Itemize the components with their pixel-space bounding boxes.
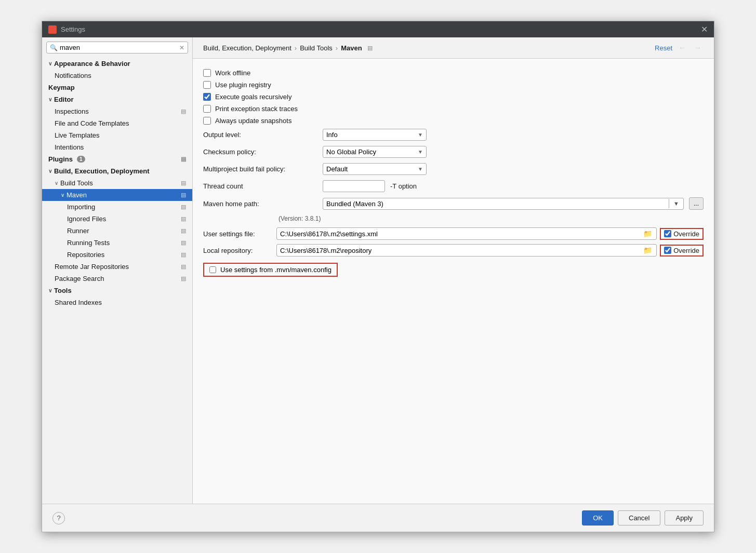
- work-offline-label: Work offline: [215, 69, 250, 77]
- checksum-policy-row: Checksum policy: No Global Policy Fail W…: [203, 146, 704, 158]
- sidebar-item-runner[interactable]: Runner ▤: [42, 225, 192, 237]
- sidebar-item-label: Build, Execution, Deployment: [54, 167, 149, 175]
- sidebar-item-live-templates[interactable]: Live Templates: [42, 129, 192, 141]
- title-bar: Settings ✕: [42, 21, 714, 37]
- page-icon: ▤: [181, 227, 186, 234]
- page-icon: ▤: [181, 251, 186, 258]
- page-icon: ▤: [181, 192, 186, 198]
- dropdown-arrow-icon: ▼: [418, 166, 423, 172]
- page-icon: ▤: [181, 156, 186, 163]
- settings-dialog: Settings ✕ 🔍 ✕ ∨Appearance & Behavior No…: [42, 21, 714, 532]
- maven-home-row: Maven home path: Bundled (Maven 3) ▼ ...: [203, 197, 704, 210]
- checksum-policy-dropdown[interactable]: No Global Policy Fail Warn Ignore: [326, 148, 416, 156]
- maven-home-dropdown-arrow[interactable]: ▼: [669, 199, 683, 208]
- title-bar-left: Settings: [48, 25, 85, 34]
- apply-button[interactable]: Apply: [665, 510, 704, 525]
- sidebar-item-tools[interactable]: ∨Tools: [42, 285, 192, 296]
- sidebar-item-label: Keymap: [48, 84, 75, 91]
- local-repo-input[interactable]: [280, 247, 642, 254]
- search-clear-icon[interactable]: ✕: [179, 44, 184, 51]
- checksum-policy-select[interactable]: No Global Policy Fail Warn Ignore ▼: [323, 146, 427, 158]
- search-box[interactable]: 🔍 ✕: [46, 42, 188, 53]
- maven-home-browse-button[interactable]: ...: [689, 197, 704, 210]
- sidebar-item-repositories[interactable]: Repositories ▤: [42, 249, 192, 261]
- footer-left: ?: [52, 512, 65, 524]
- user-settings-browse-icon[interactable]: 📁: [642, 230, 653, 238]
- sidebar-item-editor[interactable]: ∨Editor: [42, 93, 192, 105]
- sidebar-item-label: Notifications: [55, 72, 91, 79]
- sidebar-item-importing[interactable]: Importing ▤: [42, 201, 192, 213]
- user-settings-input[interactable]: [280, 230, 642, 238]
- reset-button[interactable]: Reset: [655, 44, 672, 52]
- sidebar-item-package-search[interactable]: Package Search ▤: [42, 273, 192, 285]
- print-exception-checkbox[interactable]: [203, 105, 211, 113]
- close-button[interactable]: ✕: [701, 24, 708, 34]
- sidebar-item-label: Package Search: [55, 275, 104, 282]
- sidebar-item-remote-jar[interactable]: Remote Jar Repositories ▤: [42, 261, 192, 273]
- page-icon: ▤: [181, 108, 186, 115]
- page-icon: ▤: [181, 204, 186, 210]
- help-button[interactable]: ?: [52, 512, 65, 524]
- dropdown-arrow-icon: ▼: [418, 149, 423, 155]
- sidebar-item-label: Live Templates: [55, 131, 99, 139]
- sidebar-item-build-exec-deploy[interactable]: ∨Build, Execution, Deployment: [42, 165, 192, 177]
- page-icon: ▤: [181, 215, 186, 222]
- page-icon: ▤: [181, 180, 186, 186]
- local-repo-browse-icon[interactable]: 📁: [642, 246, 653, 254]
- back-button[interactable]: ←: [677, 43, 688, 53]
- mvn-config-row: Use settings from .mvn/maven.config: [203, 263, 338, 277]
- sidebar-item-build-tools[interactable]: ∨Build Tools ▤: [42, 177, 192, 189]
- work-offline-checkbox[interactable]: [203, 69, 211, 77]
- execute-goals-checkbox[interactable]: [203, 93, 211, 101]
- sidebar-item-inspections[interactable]: Inspections ▤: [42, 105, 192, 117]
- user-settings-label: User settings file:: [203, 230, 273, 238]
- multiproject-policy-dropdown[interactable]: Default Fail at end No fail fast: [326, 165, 416, 173]
- sidebar-item-intentions[interactable]: Intentions: [42, 141, 192, 153]
- user-settings-row: User settings file: 📁 Override: [203, 227, 704, 240]
- print-exception-row: Print exception stack traces: [203, 105, 704, 113]
- sidebar-item-label: File and Code Templates: [55, 119, 129, 127]
- mvn-config-checkbox[interactable]: [209, 266, 216, 273]
- local-repo-override: Override: [660, 245, 704, 257]
- sidebar-item-shared-indexes[interactable]: Shared Indexes: [42, 296, 192, 308]
- sidebar-item-file-code-templates[interactable]: File and Code Templates: [42, 117, 192, 129]
- dialog-footer: ? OK Cancel Apply: [42, 504, 714, 532]
- sidebar-item-appearance[interactable]: ∨Appearance & Behavior: [42, 58, 192, 70]
- multiproject-policy-select[interactable]: Default Fail at end No fail fast ▼: [323, 163, 427, 175]
- use-plugin-registry-checkbox[interactable]: [203, 81, 211, 89]
- multiproject-policy-row: Multiproject build fail policy: Default …: [203, 163, 704, 175]
- page-settings-icon: ▤: [367, 45, 373, 51]
- sidebar-item-label: Running Tests: [67, 239, 110, 247]
- breadcrumb-part-3: Maven: [341, 44, 362, 52]
- sidebar-item-plugins[interactable]: Plugins1 ▤: [42, 153, 192, 165]
- local-repo-label: Local repository:: [203, 247, 273, 254]
- always-update-row: Always update snapshots: [203, 117, 704, 125]
- maven-home-dropdown[interactable]: Bundled (Maven 3): [323, 198, 669, 209]
- cancel-button[interactable]: Cancel: [618, 510, 660, 525]
- output-level-label: Output level:: [203, 131, 317, 139]
- local-repo-row: Local repository: 📁 Override: [203, 244, 704, 257]
- sidebar-item-ignored-files[interactable]: Ignored Files ▤: [42, 213, 192, 225]
- sidebar-item-label: Plugins: [48, 155, 73, 163]
- sidebar-item-label: Editor: [54, 96, 74, 103]
- output-level-select[interactable]: Info Debug Error ▼: [323, 129, 427, 141]
- thread-count-label: Thread count: [203, 182, 317, 190]
- content-header: Build, Execution, Deployment › Build Too…: [193, 37, 714, 59]
- sidebar-item-keymap[interactable]: Keymap: [42, 82, 192, 93]
- output-level-row: Output level: Info Debug Error ▼: [203, 129, 704, 141]
- sidebar-item-notifications[interactable]: Notifications: [42, 70, 192, 82]
- header-actions: Reset ← →: [655, 43, 704, 53]
- forward-button[interactable]: →: [692, 43, 704, 53]
- user-settings-override-checkbox[interactable]: [664, 230, 671, 237]
- ok-button[interactable]: OK: [582, 510, 614, 525]
- sidebar-item-running-tests[interactable]: Running Tests ▤: [42, 237, 192, 249]
- sidebar-item-label: Ignored Files: [67, 215, 106, 223]
- always-update-checkbox[interactable]: [203, 117, 211, 125]
- local-repo-override-checkbox[interactable]: [664, 247, 671, 254]
- search-input[interactable]: [60, 44, 177, 51]
- thread-count-input[interactable]: [323, 180, 385, 192]
- output-level-dropdown[interactable]: Info Debug Error: [326, 131, 416, 139]
- use-plugin-registry-label: Use plugin registry: [215, 81, 271, 89]
- dialog-title: Settings: [61, 25, 85, 33]
- sidebar-item-maven[interactable]: ∨Maven ▤: [42, 189, 192, 201]
